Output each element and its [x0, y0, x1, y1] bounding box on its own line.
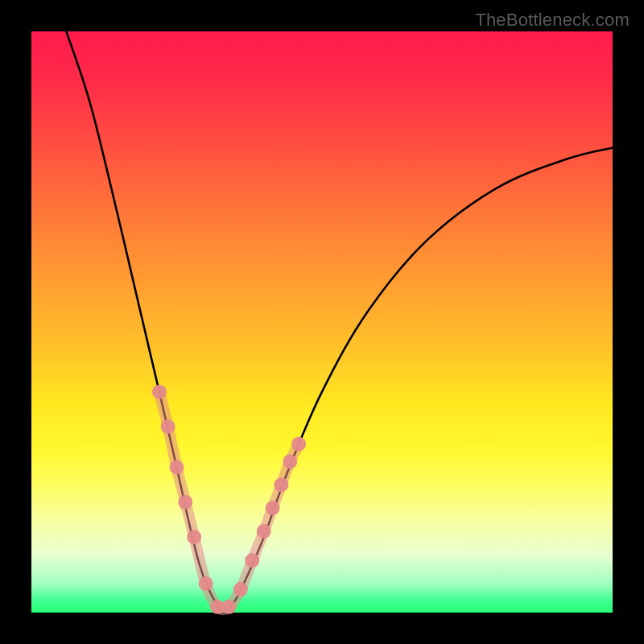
highlight-marker — [152, 385, 167, 399]
highlight-marker — [257, 524, 271, 539]
bottleneck-curve — [66, 31, 613, 610]
chart-canvas: TheBottleneck.com — [0, 0, 644, 644]
marker-group — [152, 385, 306, 614]
highlight-marker — [221, 600, 236, 614]
highlight-marker — [187, 530, 201, 544]
highlight-marker — [233, 582, 248, 597]
highlight-marker — [161, 419, 175, 434]
highlight-marker — [199, 576, 213, 591]
highlight-marker — [245, 553, 259, 568]
highlight-marker — [291, 437, 306, 452]
highlight-marker — [283, 454, 297, 469]
highlight-marker — [178, 495, 192, 510]
chart-svg — [0, 0, 644, 644]
highlight-marker — [170, 460, 184, 475]
highlight-marker — [274, 477, 288, 492]
curve-group — [66, 31, 613, 610]
highlight-marker — [266, 501, 280, 515]
